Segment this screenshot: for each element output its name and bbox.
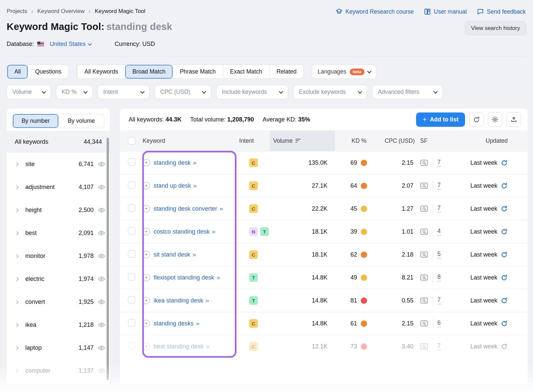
breadcrumb-keyword-overview[interactable]: Keyword Overview: [37, 8, 85, 15]
sidebar-group-item[interactable]: electric 1,974: [7, 268, 110, 291]
sf-count[interactable]: 7: [437, 205, 441, 213]
languages-dropdown[interactable]: Languages beta: [312, 65, 376, 79]
send-feedback-link[interactable]: Send feedback: [477, 8, 526, 15]
eye-icon[interactable]: [98, 321, 105, 329]
chevron-right-icon[interactable]: [15, 254, 20, 259]
chevron-right-icon[interactable]: [15, 299, 20, 305]
eye-icon[interactable]: [98, 206, 105, 214]
keyword-link[interactable]: costco standing desk»: [154, 227, 215, 236]
chevron-right-icon[interactable]: [15, 231, 20, 236]
eye-icon[interactable]: [98, 183, 105, 191]
add-keyword-icon[interactable]: +: [143, 251, 150, 258]
sidebar-group-item[interactable]: adjustment 4,107: [7, 176, 110, 199]
sf-count[interactable]: 6: [437, 319, 441, 327]
column-header-sf[interactable]: SF: [418, 130, 457, 151]
sf-count[interactable]: 7: [437, 296, 441, 304]
row-checkbox[interactable]: [128, 296, 135, 303]
filter-dropdown[interactable]: Volume: [7, 85, 51, 99]
sidebar-group-item[interactable]: laptop 1,147: [7, 336, 110, 359]
chevron-right-icon[interactable]: [15, 277, 20, 282]
refresh-row-icon[interactable]: [501, 297, 508, 304]
column-header-volume[interactable]: Volume: [270, 130, 335, 151]
filter-dropdown[interactable]: Exclude keywords: [293, 85, 367, 99]
refresh-row-icon[interactable]: [501, 182, 508, 189]
view-search-history-button[interactable]: View search history: [465, 21, 526, 35]
chevron-right-icon[interactable]: [15, 208, 20, 213]
tab-match-type[interactable]: All: [7, 65, 28, 79]
sidebar-sort-tab[interactable]: By number: [13, 114, 58, 128]
serp-features-icon[interactable]: [420, 182, 428, 189]
column-header-updated[interactable]: Updated: [457, 130, 508, 151]
refresh-row-icon[interactable]: [501, 205, 508, 212]
sf-count[interactable]: 7: [437, 159, 441, 167]
tab-match-type[interactable]: Broad Match: [125, 65, 172, 79]
tab-match-type[interactable]: All Keywords: [77, 65, 125, 79]
serp-features-icon[interactable]: [420, 205, 428, 212]
tab-match-type[interactable]: Questions: [28, 65, 68, 79]
add-keyword-icon[interactable]: +: [143, 320, 150, 327]
column-header-kd[interactable]: KD %: [335, 130, 370, 151]
filter-dropdown[interactable]: Advanced filters: [372, 85, 443, 99]
sidebar-group-item[interactable]: height 2,500: [7, 199, 110, 222]
export-button[interactable]: [506, 112, 521, 127]
row-checkbox[interactable]: [128, 227, 135, 235]
settings-gear-button[interactable]: [488, 112, 502, 127]
keyword-link[interactable]: best standing desk»: [154, 342, 209, 351]
row-checkbox[interactable]: [128, 273, 135, 281]
chevron-right-icon[interactable]: [15, 185, 20, 190]
add-to-list-button[interactable]: + Add to list: [416, 112, 465, 127]
column-header-intent[interactable]: Intent: [239, 130, 270, 151]
keyword-link[interactable]: stand up desk»: [154, 181, 197, 190]
keyword-link[interactable]: standing desk converter»: [154, 204, 223, 213]
keyword-link[interactable]: standing desks»: [154, 319, 199, 328]
eye-icon[interactable]: [98, 252, 105, 260]
sidebar-group-item[interactable]: convert 1,925: [7, 291, 110, 313]
add-keyword-icon[interactable]: +: [143, 205, 150, 212]
serp-features-icon[interactable]: [420, 251, 428, 258]
eye-icon[interactable]: [98, 160, 105, 168]
sf-count[interactable]: 7: [437, 182, 441, 190]
row-checkbox[interactable]: [128, 250, 135, 258]
user-manual-link[interactable]: User manual: [424, 8, 467, 15]
serp-features-icon[interactable]: [420, 274, 428, 281]
chevron-right-icon[interactable]: [15, 162, 20, 167]
add-keyword-icon[interactable]: +: [143, 343, 150, 350]
sidebar-sort-tab[interactable]: By volume: [58, 114, 104, 128]
refresh-row-icon[interactable]: [501, 159, 508, 166]
tab-match-type[interactable]: Related: [269, 65, 303, 79]
column-header-keyword[interactable]: Keyword: [143, 130, 239, 151]
sidebar-group-item[interactable]: ikea 1,218: [7, 313, 110, 336]
add-keyword-icon[interactable]: +: [143, 297, 150, 304]
eye-icon[interactable]: [98, 229, 105, 237]
eye-icon[interactable]: [98, 298, 105, 306]
row-checkbox[interactable]: [128, 181, 135, 189]
sidebar-group-item[interactable]: best 2,091: [7, 222, 110, 245]
sidebar-scrollbar[interactable]: [107, 138, 109, 380]
row-checkbox[interactable]: [128, 204, 135, 212]
chevron-right-icon[interactable]: [15, 322, 20, 328]
column-header-cpc[interactable]: CPC (USD): [370, 130, 418, 151]
sf-count[interactable]: 8: [437, 274, 441, 282]
refresh-row-icon[interactable]: [501, 274, 508, 281]
add-keyword-icon[interactable]: +: [143, 274, 150, 281]
sidebar-all-keywords-row[interactable]: All keywords 44,344: [7, 131, 110, 153]
serp-features-icon[interactable]: [420, 320, 428, 327]
keyword-link[interactable]: ikea standing desk»: [154, 296, 209, 305]
refresh-row-icon[interactable]: [501, 228, 508, 235]
refresh-row-icon[interactable]: [501, 251, 508, 258]
row-checkbox[interactable]: [128, 158, 135, 166]
keyword-link[interactable]: sit stand desk»: [154, 250, 196, 259]
sf-count[interactable]: 4: [437, 228, 441, 236]
tab-match-type[interactable]: Exact Match: [223, 65, 269, 79]
breadcrumb-projects[interactable]: Projects: [7, 8, 27, 15]
row-checkbox[interactable]: [128, 342, 135, 349]
select-all-checkbox[interactable]: [128, 137, 135, 144]
database-selector[interactable]: United States: [37, 41, 91, 48]
keyword-research-course-link[interactable]: Keyword Research course: [335, 8, 414, 15]
filter-dropdown[interactable]: Include keywords: [216, 85, 288, 99]
sidebar-group-item[interactable]: monitor 1,978: [7, 245, 110, 268]
row-checkbox[interactable]: [128, 319, 135, 326]
filter-dropdown[interactable]: KD %: [56, 85, 93, 99]
add-keyword-icon[interactable]: +: [143, 159, 150, 166]
eye-icon[interactable]: [98, 275, 105, 283]
